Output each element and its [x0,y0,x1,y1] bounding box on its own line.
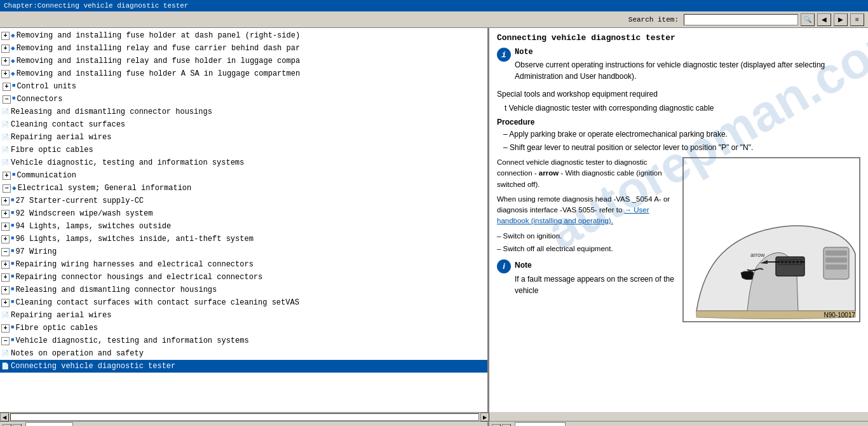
search-label: Search item: [628,16,679,24]
expand-icon[interactable]: + [1,286,10,294]
search-icon-btn[interactable]: 🔍 [801,13,815,26]
switch-off: – Switch off all electrical equipment. [497,244,677,254]
list-item[interactable]: + ◆ Removing and installing fuse holder … [0,29,487,42]
expand-icon[interactable]: − [1,248,10,256]
list-item[interactable]: 📄 Cleaning contact surfaces [0,118,487,131]
content-layout: Connect vehicle diagnostic tester to dia… [497,157,860,322]
search-input[interactable] [684,14,798,25]
diamond-icon: ◆ [11,43,15,54]
list-item[interactable]: 📄 Releasing and dismantling connector ho… [0,106,487,118]
note-text-2: If a fault message appears on the screen… [515,273,677,296]
list-item[interactable]: 📄 Vehicle diagnostic, testing and inform… [0,156,487,169]
step-1: – Apply parking brake or operate electro… [503,128,860,140]
expand-icon[interactable]: + [1,45,10,53]
status-left: ◀ ▶ Overview [0,422,489,427]
nav-left-btn-r[interactable]: ◀ [492,424,501,427]
doc-icon: 📄 [1,349,9,359]
note-box-1: i Note Observe current operating instruc… [497,48,860,85]
list-item[interactable]: + ◆ Removing and installing relay and fu… [0,42,487,55]
expand-icon[interactable]: + [1,223,10,231]
dash-2: – [503,143,510,152]
step-2-text: Shift gear lever to neutral position or … [510,143,753,152]
list-item[interactable]: + ◆ Removing and installing fuse holder … [0,67,487,80]
expand-icon[interactable]: + [1,210,10,218]
note-box-2: i Note If a fault message appears on the… [497,259,677,299]
content-title: Connecting vehicle diagnostic tester [497,33,860,43]
menu-btn[interactable]: ≡ [850,13,864,26]
nav-right-btn-r[interactable]: ▶ [502,424,511,427]
title-text: Chapter:Connecting vehicle diagnostic te… [4,2,188,10]
doc-icon: 📄 [1,311,9,320]
status-bar-inner: ◀ ▶ Overview ◀ ▶ Document [0,422,868,427]
remote-section: When using remote diagnosis head -VAS _5… [497,194,677,227]
list-item[interactable]: + ■ Communication [0,169,487,182]
status-right: ◀ ▶ Document [489,422,868,427]
overview-tab[interactable]: Overview [25,422,73,427]
diagram-box: arrow N90-10017 [682,157,860,322]
expand-icon[interactable]: + [1,324,10,333]
nav-left-btn[interactable]: ◀ [3,424,11,427]
list-item[interactable]: + ■ 92 Windscreen wipe/wash system [0,207,487,220]
doc-icon: 📄 [1,120,9,130]
list-item[interactable]: + ■ 94 Lights, lamps, switches outside [0,220,487,233]
expand-icon[interactable]: + [3,172,11,180]
nav-right-btn[interactable]: ▶ [13,424,22,427]
switch-on: – Switch on ignition. [497,231,677,242]
expand-icon[interactable]: − [1,337,10,345]
arrow-text: arrow [539,169,559,177]
svg-rect-11 [825,251,847,256]
scroll-right-btn[interactable]: ▶ [480,413,489,422]
search-next-btn[interactable]: ▶ [834,13,848,26]
expand-icon[interactable]: + [3,83,11,91]
diamond-icon: ◆ [11,69,15,79]
list-item[interactable]: − ■ Vehicle diagnostic, testing and info… [0,334,487,347]
dash-1: – [503,130,509,139]
square-icon: ■ [11,336,14,345]
expand-icon[interactable]: − [3,184,11,193]
search-prev-btn[interactable]: ◀ [817,13,831,26]
doc-icon: 📄 [1,133,9,142]
square-icon: ■ [11,247,14,256]
list-item[interactable]: + ■ Repairing wiring harnesses and elect… [0,258,487,271]
document-tab[interactable]: Document [515,422,566,427]
list-item[interactable]: + ■ Cleaning contact surfaces with conta… [0,296,487,309]
doc-icon: 📄 [1,107,9,117]
list-item[interactable]: + ■ Repairing connector housings and ele… [0,271,487,284]
list-item[interactable]: + ■ Fibre optic cables [0,322,487,334]
list-item[interactable]: − ■ 97 Wiring [0,245,487,258]
square-icon: ■ [11,196,14,205]
list-item[interactable]: + ■ 96 Lights, lamps, switches inside, a… [0,233,487,245]
expand-icon[interactable]: + [1,197,10,205]
list-item[interactable]: + ■ 27 Starter-current supply-CC [0,195,487,207]
square-icon: ■ [11,222,14,231]
expand-icon[interactable]: + [1,235,10,244]
list-item[interactable]: 📄 Notes on operation and safety [0,347,487,360]
list-item[interactable]: + ■ Control units [0,80,487,93]
diagram-svg: arrow [684,158,860,322]
list-item[interactable]: − ■ Connectors [0,93,487,106]
list-item[interactable]: − ◆ Electrical system; General informati… [0,182,487,195]
expand-icon[interactable]: + [1,32,10,40]
expand-icon[interactable]: + [1,57,10,65]
list-item[interactable]: + ◆ Removing and installing relay and fu… [0,55,487,67]
list-item[interactable]: + ■ Releasing and dismantling connector … [0,284,487,296]
list-item[interactable]: 📄 Repairing aerial wires [0,309,487,322]
status-bar: ◀ ▶ Overview ◀ ▶ Document [0,421,868,426]
expand-icon[interactable]: + [1,273,10,282]
square-icon: ■ [11,324,14,333]
scroll-left-btn[interactable]: ◀ [0,413,9,422]
square-icon: ■ [11,298,14,307]
list-item[interactable]: 📄 Fibre optic cables [0,144,487,156]
expand-icon[interactable]: + [1,299,10,307]
svg-rect-12 [825,258,847,263]
list-item[interactable]: 📄 Repairing aerial wires [0,131,487,144]
expand-icon[interactable]: − [3,95,11,104]
expand-icon[interactable]: + [1,70,10,78]
content-left: Connect vehicle diagnostic tester to dia… [497,157,677,322]
info-icon-1: i [497,48,511,62]
svg-text:arrow: arrow [750,252,765,258]
doc-icon: 📄 [1,158,9,168]
expand-icon[interactable]: + [1,261,10,269]
connecting-tester-item[interactable]: 📄 Connecting vehicle diagnostic tester [0,360,487,373]
main-container: + ◆ Removing and installing fuse holder … [0,28,868,412]
